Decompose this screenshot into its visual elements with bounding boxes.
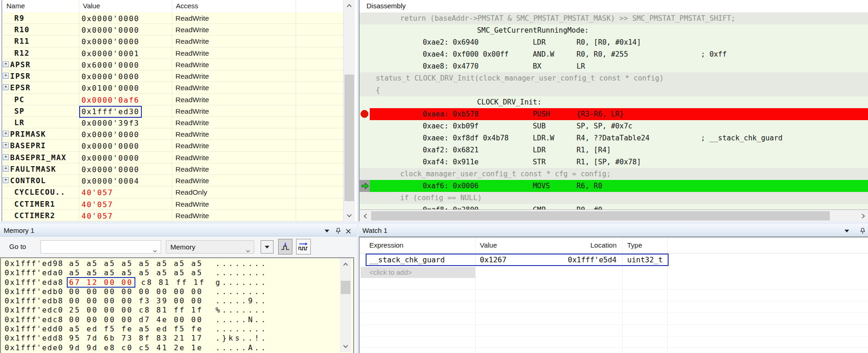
instruction-address-bytes: 0xaf8: 0x2800 [423, 204, 478, 209]
disassembly-line-instr[interactable]: 0xaee: 0xf8df 0x4b78LDR.WR4, ??DataTable… [360, 132, 868, 144]
scroll-left-icon[interactable] [360, 210, 371, 221]
register-row[interactable]: +IPSR0x0000'0000ReadWrite [3, 70, 343, 82]
breakpoint-icon[interactable] [361, 110, 368, 118]
register-row[interactable]: R110x0000'0000ReadWrite [3, 35, 343, 47]
register-row[interactable]: PC0x0000'0af6ReadWrite [3, 94, 343, 105]
pin-icon[interactable] [859, 228, 866, 234]
register-row[interactable]: +PRIMASK0x0000'0000ReadWrite [3, 128, 343, 140]
disassembly-line-instr[interactable]: 0xaf2: 0x6821LDRR1, [R4] [360, 144, 868, 156]
disassembly-line-source[interactable]: { [360, 84, 868, 96]
memory-ascii: .....A.. [216, 343, 268, 353]
disassembly-line-instr[interactable]: 0xae8: 0x4770BXLR [360, 60, 868, 72]
disassembly-line-source[interactable]: if (config == NULL) [360, 192, 868, 204]
scrollbar-thumb[interactable] [341, 281, 350, 294]
memory-bytes: a5 ed f5 fe a5 ed f5 fe [69, 324, 203, 334]
memory-hex-view[interactable]: 0x1fff'ed98a5 a5 a5 a5 a5 a5 a5 a5......… [0, 257, 354, 353]
disassembly-line-instr[interactable]: 0xaea: 0xb578PUSH{R3-R6, LR} [360, 108, 868, 120]
register-value: 0x0000'39f3 [79, 117, 142, 129]
disassembly-line-source[interactable]: return (baseAddr->PMSTAT & SMC_PMSTAT_PM… [360, 12, 868, 24]
expand-plus-icon[interactable]: + [3, 131, 9, 137]
memory-options-dropdown-button[interactable] [261, 240, 274, 254]
register-row[interactable]: +EPSR0x0100'0000ReadWrite [3, 82, 343, 93]
goto-combobox[interactable] [41, 240, 161, 254]
memory-row[interactable]: 0x1fff'edb800 00 00 00 f3 39 00 00.....9… [1, 296, 340, 306]
disassembly-line-instr[interactable]: 0xaf8: 0x2800CMPR0, #0 [360, 204, 868, 209]
memory-view-combobox[interactable]: Memory [166, 240, 254, 254]
watch-row[interactable]: __stack_chk_guard0x12670x1fff'e5d4uint32… [360, 254, 868, 266]
register-row[interactable]: CCTIMER140'057ReadWrite [3, 198, 343, 210]
register-row[interactable]: SP0x1fff'ed30ReadWrite [3, 105, 343, 117]
expand-plus-icon[interactable]: + [3, 73, 9, 79]
scroll-down-icon[interactable] [340, 341, 351, 351]
expand-plus-icon[interactable]: + [3, 154, 9, 160]
register-row[interactable]: +FAULTMASK0x0000'0000ReadWrite [3, 163, 343, 175]
watch-col-location: Location [512, 241, 617, 249]
register-row[interactable]: R120x0000'0001ReadWrite [3, 47, 343, 59]
chevron-down-icon[interactable] [153, 246, 157, 255]
disassembly-line-instr[interactable]: 0xaf4: 0x911eSTRR1, [SP, #0x78] [360, 156, 868, 168]
register-row[interactable]: CCTIMER240'057ReadWrite [3, 210, 343, 221]
memory-row[interactable]: 0x1fff'eda0a5 a5 a5 a5 a5 a5 a5 a5......… [1, 268, 340, 278]
memory-ascii: .....N.. [216, 315, 268, 324]
expand-plus-icon[interactable]: + [3, 142, 9, 148]
register-row[interactable]: +CONTROL0x0000'0004ReadWrite [3, 175, 343, 186]
close-icon[interactable] [345, 228, 351, 234]
source-text: if (config == NULL) [400, 192, 482, 204]
memory-row[interactable]: 0x1fff'edc800 00 00 00 d7 4e 00 00.....N… [1, 315, 340, 324]
watch-add-row[interactable]: <click to add> [361, 267, 475, 278]
register-row[interactable]: LR0x0000'39f3ReadWrite [3, 117, 343, 128]
watch-grid [360, 278, 868, 353]
register-access: ReadWrite [175, 210, 209, 221]
disassembly-line-label[interactable]: CLOCK_DRV_Init: [360, 96, 868, 108]
goto-label: Go to [9, 243, 26, 250]
instruction-mnemonic: BX [533, 60, 542, 72]
disassembly-line-instr[interactable]: 0xaec: 0xb09fSUBSP, SP, #0x7c [360, 120, 868, 132]
scrollbar-thumb[interactable] [371, 211, 830, 220]
scroll-right-icon[interactable] [857, 210, 868, 221]
expand-plus-icon[interactable]: + [3, 177, 9, 183]
window-menu-icon[interactable] [324, 228, 330, 234]
register-row[interactable]: R90x0000'0000ReadWrite [3, 12, 343, 24]
instruction-address-bytes: 0xae8: 0x4770 [423, 60, 478, 72]
update-now-button[interactable] [296, 239, 311, 255]
pin-icon[interactable] [335, 228, 341, 234]
chevron-down-icon[interactable] [246, 246, 250, 255]
disassembly-line-label[interactable]: SMC_GetCurrentRunningMode: [360, 24, 868, 36]
scroll-down-icon[interactable] [344, 210, 355, 221]
scrollbar-thumb[interactable] [344, 75, 354, 201]
register-row[interactable]: R100x0000'0000ReadWrite [3, 24, 343, 35]
register-row[interactable]: +APSR0x6000'0000ReadWrite [3, 59, 343, 70]
memory-row[interactable]: 0x1fff'ed98a5 a5 a5 a5 a5 a5 a5 a5......… [1, 259, 340, 268]
memory-row[interactable]: 0x1fff'edd895 7d 6b 73 8f 83 21 17.}ks..… [1, 334, 340, 343]
disassembly-line-instr[interactable]: 0xae4: 0xf000 0x00ffAND.WR0, R0, #255; 0… [360, 48, 868, 60]
scroll-up-icon[interactable] [340, 259, 351, 269]
memory-row[interactable]: 0x1fff'eda867 12 00 00 c8 81 ff 1fg.....… [1, 278, 340, 287]
expand-plus-icon[interactable]: + [3, 84, 9, 90]
register-value: 40'057 [79, 199, 116, 211]
expand-plus-icon[interactable]: + [3, 61, 9, 67]
scroll-up-icon[interactable] [344, 0, 355, 12]
register-row[interactable]: +BASEPRI_MAX0x0000'0000ReadWrite [3, 152, 343, 163]
memory-ascii: %....... [216, 306, 268, 315]
register-row[interactable]: CYCLECOU..40'057ReadOnly [3, 186, 343, 198]
live-update-button[interactable] [278, 239, 292, 255]
registers-col-access: Access [176, 2, 198, 10]
memory-ascii: g....... [216, 278, 268, 287]
disassembly-line-instr[interactable]: 0xaf6: 0x0006MOVSR6, R0 [360, 180, 868, 192]
memory-row[interactable]: 0x1fff'edb000 00 00 00 00 00 00 00......… [1, 287, 340, 296]
disassembly-line-instr[interactable]: 0xae2: 0x6940LDRR0, [R0, #0x14] [360, 36, 868, 48]
memory-row[interactable]: 0x1fff'ede09d 9d e8 c0 c5 41 2e 1e.....A… [1, 343, 340, 353]
memory-row[interactable]: 0x1fff'edd0a5 ed f5 fe a5 ed f5 fe......… [1, 324, 340, 334]
disassembly-line-source[interactable]: status_t CLOCK_DRV_Init(clock_manager_us… [360, 72, 868, 84]
disassembly-view[interactable]: return (baseAddr->PMSTAT & SMC_PMSTAT_PM… [360, 12, 868, 209]
memory-bytes: 00 00 00 00 d7 4e 00 00 [69, 315, 203, 324]
expand-plus-icon[interactable]: + [3, 166, 9, 172]
disassembly-line-source[interactable]: clock_manager_user_config_t const * cfg … [360, 168, 868, 180]
watch-add-row-label: <click to add> [369, 268, 412, 276]
column-divider [296, 0, 296, 221]
memory-row[interactable]: 0x1fff'edc025 00 00 00 c8 81 ff 1f%.....… [1, 306, 340, 315]
memory-panel: Memory 1 Go to Memory [0, 224, 357, 353]
window-menu-icon[interactable] [844, 228, 850, 234]
register-row[interactable]: +BASEPRI0x0000'0000ReadWrite [3, 140, 343, 151]
register-access: ReadWrite [175, 70, 209, 82]
